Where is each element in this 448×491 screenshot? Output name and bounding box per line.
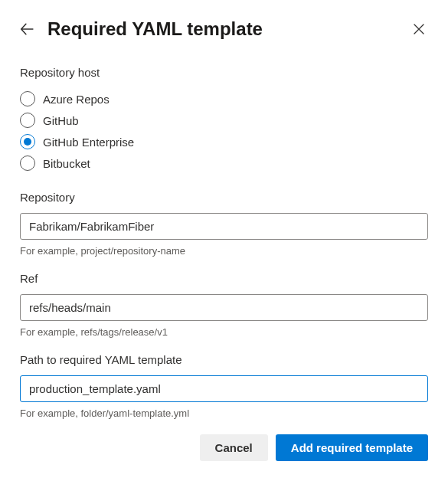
back-arrow-icon[interactable] [20,22,34,36]
radio-github[interactable]: GitHub [20,110,428,131]
cancel-button[interactable]: Cancel [200,434,268,461]
radio-bitbucket[interactable]: Bitbucket [20,152,428,174]
radio-azure-repos[interactable]: Azure Repos [20,88,428,110]
repository-input[interactable] [20,213,428,240]
radio-dot-icon [24,138,31,146]
radio-circle-icon [20,155,35,171]
ref-label: Ref [20,272,428,285]
add-required-template-button[interactable]: Add required template [276,434,428,461]
ref-section: Ref For example, refs/tags/release/v1 [20,272,428,338]
dialog-button-row: Cancel Add required template [20,434,428,461]
ref-input[interactable] [20,294,428,321]
radio-label: GitHub [43,114,79,127]
path-input[interactable] [20,375,428,402]
radio-label: Bitbucket [43,157,90,170]
repository-host-label: Repository host [20,66,428,79]
ref-help-text: For example, refs/tags/release/v1 [20,326,428,338]
close-icon[interactable] [410,20,428,38]
radio-circle-icon [20,113,35,128]
repository-section: Repository For example, project/reposito… [20,191,428,257]
repository-help-text: For example, project/repository-name [20,245,428,257]
repository-label: Repository [20,191,428,204]
dialog-header: Required YAML template [20,18,428,40]
radio-circle-selected-icon [20,134,35,149]
path-label: Path to required YAML template [20,353,428,366]
repository-host-section: Repository host Azure Repos GitHub GitHu… [20,66,428,174]
radio-github-enterprise[interactable]: GitHub Enterprise [20,131,428,152]
radio-circle-icon [20,91,35,106]
path-section: Path to required YAML template For examp… [20,353,428,419]
radio-label: Azure Repos [43,93,110,106]
radio-label: GitHub Enterprise [43,136,134,149]
repository-host-radio-group: Azure Repos GitHub GitHub Enterprise Bit… [20,88,428,174]
dialog-title: Required YAML template [47,18,410,40]
path-help-text: For example, folder/yaml-template.yml [20,408,428,419]
